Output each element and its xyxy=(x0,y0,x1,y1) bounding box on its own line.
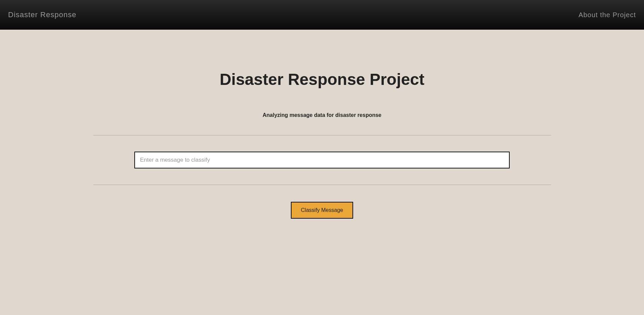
classify-message-button[interactable]: Classify Message xyxy=(291,202,353,219)
input-section xyxy=(93,135,551,185)
page-title: Disaster Response Project xyxy=(93,70,551,89)
page-subtitle: Analyzing message data for disaster resp… xyxy=(93,112,551,118)
about-project-link[interactable]: About the Project xyxy=(579,11,636,19)
main-container: Disaster Response Project Analyzing mess… xyxy=(87,70,558,219)
message-input[interactable] xyxy=(134,152,510,168)
divider-bottom xyxy=(93,185,551,185)
navbar-brand-link[interactable]: Disaster Response xyxy=(8,10,76,19)
navbar: Disaster Response About the Project xyxy=(0,0,644,30)
